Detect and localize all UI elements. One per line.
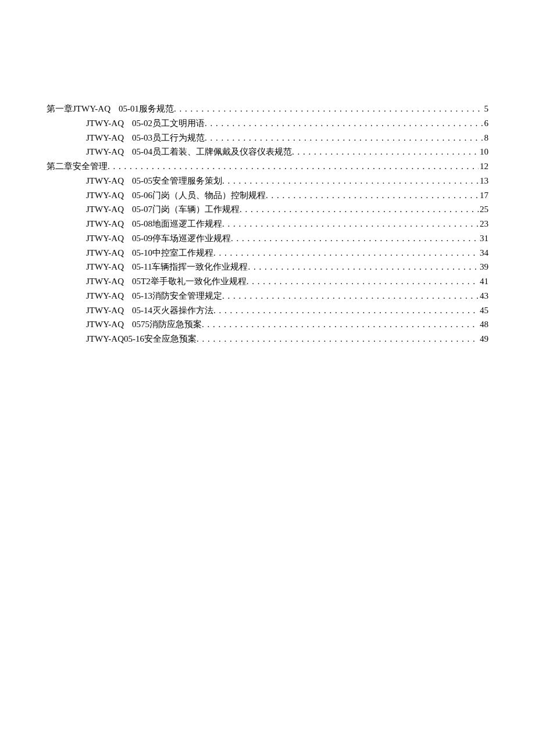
toc-chapter-prefix: 第一章 — [47, 102, 73, 116]
toc-section-number: 05-02 — [132, 116, 152, 131]
toc-doc-code: JTWY-AQ — [86, 289, 124, 303]
toc-section-number: 05-01 — [119, 102, 139, 116]
toc-section-number: 05-16 — [124, 332, 144, 346]
toc-leader-dots — [205, 131, 483, 145]
toc-entry: JTWY-AQ05-09 停车场巡逻作业规程31 — [47, 231, 488, 246]
toc-doc-code: JTWY-AQ — [86, 231, 124, 246]
toc-title: 服务规范 — [139, 102, 174, 116]
toc-entry: JTWY-AQ05-16 安全应急预案 49 — [47, 332, 488, 346]
toc-page-number: 48 — [479, 317, 488, 332]
toc-entry: JTWY-AQ05-06 门岗（人员、物品）控制规程17 — [47, 188, 488, 203]
toc-title: 消防应急预案 — [149, 317, 202, 332]
toc-title: 车辆指挥一致化作业规程 — [152, 260, 248, 274]
toc-leader-dots — [213, 303, 479, 318]
toc-doc-code: JTWY-AQ — [86, 246, 124, 260]
toc-entry: 第二章安全管理12 — [47, 159, 488, 174]
toc-page-number: 8 — [483, 131, 489, 145]
toc-doc-code: JTWY-AQ — [86, 332, 124, 346]
toc-page-number: 31 — [479, 231, 488, 246]
toc-doc-code: JTWY-AQ — [86, 202, 124, 217]
toc-title: 员工着装、工牌佩戴及仪容仪表规范 — [152, 145, 292, 159]
toc-section-number: 05-04 — [132, 145, 152, 159]
toc-chapter-prefix: 第二章安全管理 — [47, 159, 108, 174]
toc-entry: JTWY-AQ05-03 员工行为规范8 — [47, 131, 488, 145]
toc-section-number: 05-11 — [132, 260, 152, 274]
toc-title: 中控室工作规程 — [152, 246, 213, 260]
toc-page-number: 23 — [479, 217, 488, 231]
toc-page-number: 45 — [479, 303, 488, 318]
table-of-contents: 第一章 JTWY-AQ05-01 服务规范5JTWY-AQ05-02 员工文明用… — [47, 102, 488, 346]
toc-entry: JTWY-AQ05-08 地面巡逻工作规程23 — [47, 217, 488, 231]
toc-page-number: 17 — [479, 188, 488, 203]
toc-section-number: 05-03 — [132, 131, 152, 145]
toc-entry: JTWY-AQ05-11 车辆指挥一致化作业规程39 — [47, 260, 488, 274]
toc-doc-code: JTWY-AQ — [86, 174, 124, 188]
toc-title: 地面巡逻工作规程 — [152, 217, 222, 231]
toc-entry: JTWY-AQ05-10 中控室工作规程34 — [47, 246, 488, 260]
toc-leader-dots — [292, 145, 479, 159]
toc-page-number: 6 — [483, 116, 489, 131]
toc-page-number: 10 — [479, 145, 488, 159]
toc-leader-dots — [213, 246, 479, 260]
toc-entry: JTWY-AQ05-04 员工着装、工牌佩戴及仪容仪表规范10 — [47, 145, 488, 159]
toc-doc-code: JTWY-AQ — [86, 217, 124, 231]
toc-page-number: 39 — [479, 260, 488, 274]
toc-leader-dots — [222, 289, 479, 303]
toc-doc-code: JTWY-AQ — [73, 102, 110, 116]
toc-title: 消防安全管理规定 — [152, 289, 222, 303]
toc-page-number: 12 — [479, 159, 488, 174]
toc-section-number: 05T2 — [132, 274, 151, 289]
toc-section-number: 05-05 — [132, 174, 152, 188]
toc-entry: JTWY-AQ05T2 举手敬礼一致化作业规程 41 — [47, 274, 488, 289]
toc-title: 门岗（车辆）工作规程 — [152, 202, 240, 217]
toc-leader-dots — [197, 332, 479, 346]
toc-leader-dots — [174, 102, 483, 116]
toc-section-number: 05-09 — [132, 231, 152, 246]
toc-entry: JTWY-AQ0575 消防应急预案 48 — [47, 317, 488, 332]
toc-doc-code: JTWY-AQ — [86, 145, 124, 159]
toc-title: 员工文明用语 — [152, 116, 205, 131]
toc-title: 门岗（人员、物品）控制规程 — [152, 188, 266, 203]
toc-doc-code: JTWY-AQ — [86, 188, 124, 203]
toc-entry: JTWY-AQ05-14 灭火器操作方法45 — [47, 303, 488, 318]
toc-entry: JTWY-AQ05-05 安全管理服务策划13 — [47, 174, 488, 188]
toc-entry: JTWY-AQ05-07 门岗（车辆）工作规程25 — [47, 202, 488, 217]
toc-leader-dots — [240, 202, 479, 217]
toc-doc-code: JTWY-AQ — [86, 317, 124, 332]
toc-leader-dots — [108, 159, 479, 174]
toc-page-number: 43 — [479, 289, 488, 303]
toc-entry: 第一章 JTWY-AQ05-01 服务规范5 — [47, 102, 488, 116]
toc-title: 停车场巡逻作业规程 — [152, 231, 231, 246]
toc-section-number: 05-08 — [132, 217, 152, 231]
toc-leader-dots — [248, 260, 479, 274]
toc-entry: JTWY-AQ05-13 消防安全管理规定43 — [47, 289, 488, 303]
toc-leader-dots — [266, 188, 479, 203]
toc-page-number: 25 — [479, 202, 488, 217]
toc-title: 安全管理服务策划 — [152, 174, 222, 188]
toc-entry: JTWY-AQ05-02 员工文明用语 6 — [47, 116, 488, 131]
toc-leader-dots — [222, 217, 479, 231]
toc-doc-code: JTWY-AQ — [86, 131, 124, 145]
toc-section-number: 0575 — [132, 317, 149, 332]
toc-section-number: 05-06 — [132, 188, 152, 203]
toc-leader-dots — [202, 317, 479, 332]
toc-title: 灭火器操作方法 — [152, 303, 213, 318]
toc-leader-dots — [205, 116, 483, 131]
toc-doc-code: JTWY-AQ — [86, 303, 124, 318]
toc-section-number: 05-10 — [132, 246, 152, 260]
toc-doc-code: JTWY-AQ — [86, 274, 124, 289]
toc-doc-code: JTWY-AQ — [86, 116, 124, 131]
toc-page-number: 41 — [479, 274, 488, 289]
toc-leader-dots — [247, 274, 479, 289]
toc-title: 安全应急预案 — [144, 332, 197, 346]
toc-page-number: 49 — [479, 332, 488, 346]
toc-title: 举手敬礼一致化作业规程 — [151, 274, 247, 289]
toc-section-number: 05-13 — [132, 289, 152, 303]
toc-leader-dots — [222, 174, 479, 188]
toc-doc-code: JTWY-AQ — [86, 260, 124, 274]
toc-page-number: 13 — [479, 174, 488, 188]
toc-page-number: 34 — [479, 246, 488, 260]
toc-section-number: 05-07 — [132, 202, 152, 217]
toc-page-number: 5 — [483, 102, 489, 116]
toc-title: 员工行为规范 — [152, 131, 205, 145]
